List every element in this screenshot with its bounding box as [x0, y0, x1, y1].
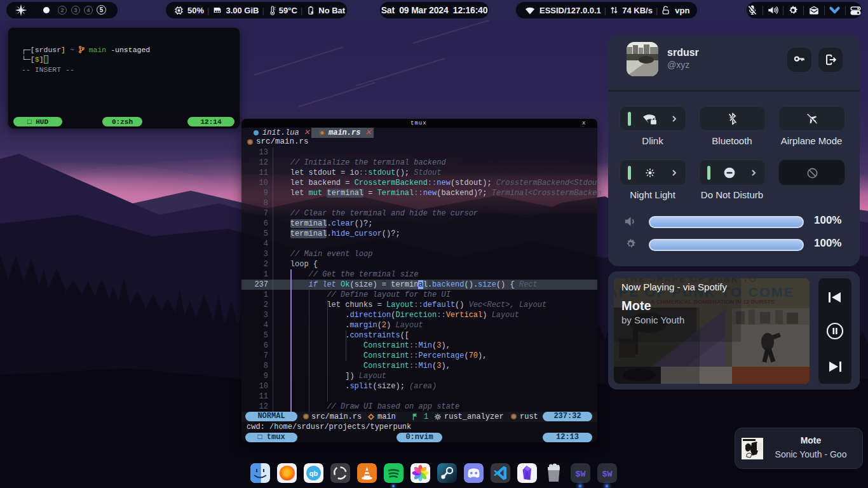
svg-text:$W: $W [602, 470, 613, 479]
svg-text:qb: qb [309, 470, 318, 477]
svg-text:$W: $W [575, 470, 586, 479]
